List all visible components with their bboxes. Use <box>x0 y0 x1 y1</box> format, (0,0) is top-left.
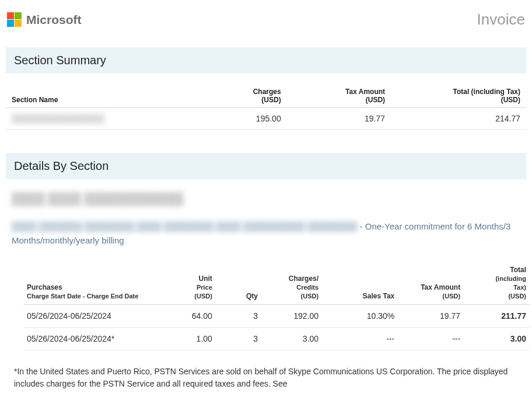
table-row: 05/26/2024-06/25/2024 64.00 3 192.00 10.… <box>23 304 530 327</box>
cell-total: 211.77 <box>464 304 530 327</box>
th-sub: (USD) <box>265 292 318 301</box>
table-row: 05/26/2024-06/25/2024* 1.00 3 3.00 --- -… <box>23 327 530 350</box>
th-label: Tax Amount <box>345 88 385 96</box>
col-charges: Charges (USD) <box>204 86 287 108</box>
cell-qty: 3 <box>216 304 261 327</box>
cell-unit-price: 64.00 <box>165 304 216 327</box>
th-sub: Credits <box>265 283 318 292</box>
item-description: ████ ███████ ████████ ████ ████████ ████… <box>12 220 526 248</box>
section-summary-heading: Section Summary <box>6 47 526 74</box>
th-label: Tax Amount <box>421 283 460 291</box>
item-redacted-prefix: ████ ███████ ████████ ████ ████████ ████… <box>12 221 357 231</box>
th-sub: (USD) <box>169 292 212 301</box>
col-purchases: Purchases Charge Start Date - Charge End… <box>23 264 165 304</box>
th-label: Section Name <box>12 96 58 104</box>
col-section-name: Section Name <box>6 86 204 108</box>
header: Microsoft Invoice <box>6 11 526 29</box>
details-subheading-redacted: ████ ████ ████████████ <box>12 192 526 206</box>
cell-charges: 192.00 <box>261 304 322 327</box>
th-unit: (USD) <box>397 96 520 104</box>
brand-text: Microsoft <box>26 13 82 27</box>
footnote: *In the United States and Puerto Rico, P… <box>14 366 518 393</box>
cell-qty: 3 <box>216 327 261 350</box>
cell-tax: 19.77 <box>287 108 391 130</box>
brand-block: Microsoft <box>7 12 82 27</box>
col-sales-tax: Sales Tax <box>322 264 398 304</box>
cell-total: 3.00 <box>464 327 530 350</box>
cell-unit-price: 1.00 <box>165 327 216 350</box>
th-sub: (USD) <box>467 292 526 301</box>
summary-table: Section Name Charges (USD) Tax Amount (U… <box>6 86 526 130</box>
details-table: Purchases Charge Start Date - Charge End… <box>23 264 530 350</box>
th-unit: (USD) <box>293 96 385 104</box>
details-heading: Details By Section <box>6 153 526 179</box>
microsoft-logo-icon <box>7 12 22 27</box>
th-label: Charges <box>253 88 281 96</box>
col-charges-credits: Charges/ Credits (USD) <box>261 264 322 304</box>
redacted-text: ████████████████ <box>12 114 104 123</box>
th-sub: Charge Start Date - Charge End Date <box>27 292 162 301</box>
th-sub: (USD) <box>401 292 460 301</box>
th-label: Sales Tax <box>363 292 394 300</box>
th-label: Total <box>510 266 526 274</box>
cell-tax-amount: --- <box>398 327 464 350</box>
th-sub: Tax) <box>467 283 526 292</box>
col-total: Total (including Tax) (USD) <box>464 264 530 304</box>
col-tax-amount: Tax Amount (USD) <box>398 264 464 304</box>
cell-charges: 3.00 <box>261 327 322 350</box>
cell-period: 05/26/2024-06/25/2024* <box>23 327 165 350</box>
th-sub: Price <box>169 283 212 292</box>
col-unit-price: Unit Price (USD) <box>165 264 216 304</box>
th-label: Purchases <box>27 283 62 291</box>
th-sub: (including <box>467 274 526 283</box>
col-total: Total (including Tax) (USD) <box>391 86 526 108</box>
cell-sales-tax: 10.30% <box>322 304 398 327</box>
table-row: ████████████████ 195.00 19.77 214.77 <box>6 108 526 130</box>
th-label: Charges/ <box>289 274 318 283</box>
cell-period: 05/26/2024-06/25/2024 <box>23 304 165 327</box>
page-title: Invoice <box>477 11 525 29</box>
th-unit: (USD) <box>209 96 281 104</box>
cell-sales-tax: --- <box>322 327 398 350</box>
cell-section-name: ████████████████ <box>6 108 204 130</box>
col-qty: Qty <box>216 264 261 304</box>
th-label: Qty <box>246 292 258 300</box>
th-label: Total (including Tax) <box>453 88 520 96</box>
cell-charges: 195.00 <box>204 108 287 130</box>
th-label: Unit <box>199 274 212 283</box>
cell-tax-amount: 19.77 <box>398 304 464 327</box>
cell-total: 214.77 <box>391 108 526 130</box>
col-tax-amount: Tax Amount (USD) <box>287 86 391 108</box>
